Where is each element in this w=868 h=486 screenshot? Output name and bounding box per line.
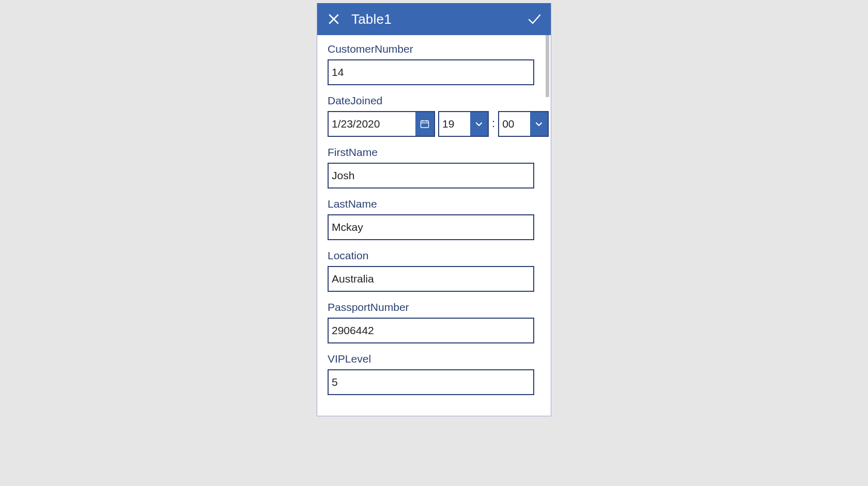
last-name-input[interactable] [328, 214, 534, 240]
date-joined-label: DateJoined [328, 95, 534, 107]
minute-value: 00 [499, 112, 530, 136]
minute-picker[interactable]: 00 [498, 111, 549, 137]
hour-dropdown-button[interactable] [470, 112, 488, 136]
first-name-input[interactable] [328, 163, 534, 189]
customer-number-input[interactable] [328, 59, 534, 85]
passport-number-label: PassportNumber [328, 301, 534, 313]
location-input[interactable] [328, 266, 534, 292]
hour-picker[interactable]: 19 [438, 111, 489, 137]
chevron-down-icon [534, 119, 544, 129]
chevron-down-icon [474, 119, 484, 129]
submit-button[interactable] [525, 10, 544, 28]
customer-number-label: CustomerNumber [328, 43, 534, 55]
close-button[interactable] [324, 10, 343, 28]
check-icon [526, 11, 542, 27]
first-name-label: FirstName [328, 146, 534, 159]
form-screen: Table1 CustomerNumber DateJoined [317, 3, 551, 416]
svg-rect-0 [421, 121, 429, 128]
time-colon: : [492, 117, 495, 131]
vip-level-label: VIPLevel [328, 353, 534, 365]
close-icon [328, 13, 340, 25]
location-label: Location [328, 249, 534, 262]
minute-dropdown-button[interactable] [530, 112, 548, 136]
scrollbar-thumb[interactable] [546, 35, 549, 97]
header-title: Table1 [351, 11, 517, 27]
calendar-icon [420, 119, 429, 129]
date-picker-button[interactable] [415, 112, 434, 136]
hour-value: 19 [439, 112, 470, 136]
form: CustomerNumber DateJoined [317, 35, 545, 405]
vip-level-input[interactable] [328, 369, 534, 395]
header-bar: Table1 [317, 3, 551, 35]
scroll-area[interactable]: CustomerNumber DateJoined [317, 35, 551, 416]
last-name-label: LastName [328, 198, 534, 210]
passport-number-input[interactable] [328, 318, 534, 343]
